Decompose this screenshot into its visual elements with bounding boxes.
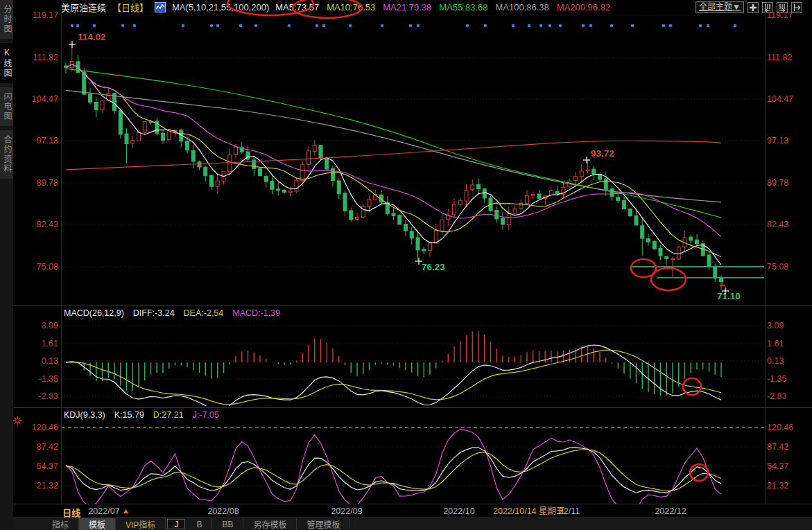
y-axis-label: 75.08 xyxy=(767,262,810,272)
y-axis-label: 111.82 xyxy=(12,53,58,62)
y-axis-label: 54.37 xyxy=(767,461,810,471)
macd-diff-value: DIFF:-3.24 xyxy=(133,308,175,318)
y-axis-label: 3.09 xyxy=(767,321,810,330)
y-axis-label: 82.43 xyxy=(767,220,810,229)
trading-app-window: 分时图K线图闪电图合约资料 美原油连续 【日线】 MA(5,10,21,55,1… xyxy=(0,0,812,530)
bottom-tab-指标[interactable]: 指标 xyxy=(42,518,79,530)
kdj-j-value: J:-7.05 xyxy=(193,410,219,420)
y-axis-label: 97.13 xyxy=(12,136,58,145)
price-annotation: 76.23 xyxy=(422,262,445,272)
y-axis-label: 120.46 xyxy=(767,423,810,432)
y-axis-label: -1.35 xyxy=(767,374,810,384)
price-annotation: 114.02 xyxy=(78,32,106,42)
bottom-tab-B[interactable]: B xyxy=(187,518,212,530)
kdj-indicator-header: KDJ(9,3,3) K:15.79 D:27.21 J:-7.05 xyxy=(64,410,219,420)
bottom-tab-模板[interactable]: 模板 xyxy=(79,518,116,530)
labels-layer: MACD(26,12,9) DIFF:-3.24 DEA:-2.54 MACD:… xyxy=(0,0,812,530)
price-annotation: 93.72 xyxy=(591,148,614,159)
y-axis-label: 21.32 xyxy=(767,481,810,491)
y-axis-label: 104.47 xyxy=(12,94,58,104)
bottom-tab-管理模板[interactable]: 管理模板 xyxy=(297,518,350,530)
y-axis-label: 87.42 xyxy=(12,442,58,452)
y-axis-label: 0.13 xyxy=(767,356,810,366)
y-axis-label: 82.43 xyxy=(12,220,58,229)
bottom-tab-bar: 指标模板VIP指标JBBB另存模板管理模板 xyxy=(13,518,812,530)
kdj-title: KDJ(9,3,3) xyxy=(64,410,105,420)
y-axis-label: 111.82 xyxy=(767,53,810,62)
timeframe-arrow-icon[interactable]: ▲ xyxy=(122,506,130,515)
macd-macd-value: MACD:-1.39 xyxy=(232,308,280,318)
bottom-tab-另存模板[interactable]: 另存模板 xyxy=(243,518,297,530)
y-axis-label: 75.08 xyxy=(12,262,58,272)
bottom-tab-VIP指标[interactable]: VIP指标 xyxy=(116,518,166,530)
x-axis-date-label: 22/11 xyxy=(521,506,618,517)
y-axis-label: 120.46 xyxy=(12,423,58,432)
x-axis-date-label: 2022/12 xyxy=(622,506,719,517)
kdj-k-value: K:15.79 xyxy=(114,410,144,420)
y-axis-label: 0.13 xyxy=(12,356,58,366)
macd-dea-value: DEA:-2.54 xyxy=(184,308,224,318)
y-axis-label: -2.83 xyxy=(12,391,58,401)
y-axis-label: 89.78 xyxy=(767,178,810,188)
y-axis-label: 104.47 xyxy=(767,94,810,104)
y-axis-label: 54.37 xyxy=(12,461,58,471)
y-axis-label: 119.17 xyxy=(767,10,810,20)
price-annotation: 71.10 xyxy=(717,291,741,301)
y-axis-label: 119.17 xyxy=(12,10,58,20)
x-axis-date-label: 2022/09 xyxy=(298,506,395,517)
y-axis-label: 97.13 xyxy=(767,136,810,145)
x-axis-date-label: 2022/08 xyxy=(175,506,272,517)
y-axis-label: 21.32 xyxy=(12,481,58,491)
y-axis-label: -2.83 xyxy=(767,391,810,401)
bottom-tab-J[interactable]: J xyxy=(167,519,185,529)
y-axis-label: 87.42 xyxy=(767,442,810,452)
perpendicular-mark: ⊥ xyxy=(719,279,726,288)
bottom-tab-BB[interactable]: BB xyxy=(212,518,243,530)
y-axis-label: 3.09 xyxy=(12,321,58,330)
y-axis-label: -1.35 xyxy=(12,374,58,384)
y-axis-label: 1.61 xyxy=(12,339,58,348)
kdj-d-value: D:27.21 xyxy=(153,410,184,420)
macd-indicator-header: MACD(26,12,9) DIFF:-3.24 DEA:-2.54 MACD:… xyxy=(64,308,280,318)
y-axis-label: 1.61 xyxy=(767,339,810,348)
y-axis-label: 89.78 xyxy=(12,178,58,188)
macd-title: MACD(26,12,9) xyxy=(64,308,124,318)
